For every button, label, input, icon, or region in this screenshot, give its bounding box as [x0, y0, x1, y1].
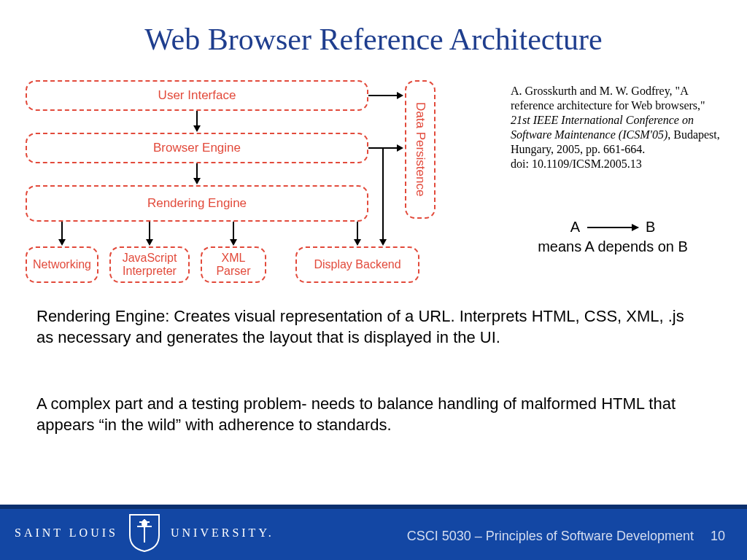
- legend-caption: means A depends on B: [511, 238, 715, 255]
- arrow-head-icon: [230, 239, 237, 246]
- box-display-backend: Display Backend: [295, 246, 419, 283]
- legend-b: B: [646, 219, 655, 236]
- arrow-line: [196, 163, 198, 179]
- citation-venue: 21st IEEE International Conference on So…: [511, 114, 694, 141]
- arrow-head-icon: [397, 92, 403, 99]
- shield-icon: [128, 513, 160, 553]
- citation-doi: doi: 10.1109/ICSM.2005.13: [511, 158, 642, 170]
- citation-authors: A. Grosskurth and M. W. Godfrey, "A refe…: [511, 85, 705, 112]
- footer-text: CSCI 5030 – Principles of Software Devel…: [407, 529, 725, 544]
- arrow-line: [196, 111, 198, 126]
- legend-a: A: [570, 219, 580, 236]
- arrow-head-icon: [193, 125, 201, 132]
- arrow-head-icon: [354, 239, 361, 246]
- footer-bar: SAINT LOUIS UNIVERSITY. CSCI 5030 – Prin…: [0, 509, 747, 560]
- box-xml-parser: XML Parser: [201, 246, 266, 283]
- box-user-interface: User Interface: [26, 80, 368, 111]
- box-browser-engine: Browser Engine: [26, 133, 368, 163]
- arrow-line: [382, 147, 384, 239]
- arrow-line: [61, 222, 63, 239]
- legend-arrow-icon: [587, 227, 638, 228]
- arrow-head-icon: [146, 239, 153, 246]
- box-networking: Networking: [26, 246, 98, 283]
- arrow-head-icon: [193, 178, 201, 184]
- arrow-line: [368, 95, 398, 96]
- arrow-line: [149, 222, 150, 239]
- legend: A B means A depends on B: [511, 219, 715, 255]
- slide-title: Web Browser Reference Architecture: [0, 22, 747, 57]
- box-js-interpreter: JavaScript Interpreter: [109, 246, 190, 283]
- arrow-head-icon: [397, 144, 403, 152]
- university-logo: SAINT LOUIS UNIVERSITY.: [15, 513, 274, 553]
- paragraph-1: Rendering Engine: Creates visual represe…: [36, 306, 686, 348]
- footer-course: CSCI 5030 – Principles of Software Devel…: [407, 529, 694, 543]
- logo-text-right: UNIVERSITY.: [171, 526, 274, 540]
- citation-text: A. Grosskurth and M. W. Godfrey, "A refe…: [511, 84, 722, 171]
- arrow-head-icon: [58, 239, 66, 246]
- legend-row: A B: [511, 219, 715, 236]
- arrow-line: [357, 222, 358, 239]
- paragraph-2: A complex part and a testing problem- ne…: [36, 394, 686, 435]
- box-data-persistence: Data Persistence: [405, 80, 436, 219]
- arrow-line: [233, 222, 234, 239]
- box-rendering-engine: Rendering Engine: [26, 185, 368, 222]
- architecture-diagram: User Interface Browser Engine Rendering …: [26, 80, 471, 288]
- arrow-head-icon: [379, 239, 387, 246]
- logo-text-left: SAINT LOUIS: [15, 526, 118, 540]
- footer-page-number: 10: [711, 529, 725, 543]
